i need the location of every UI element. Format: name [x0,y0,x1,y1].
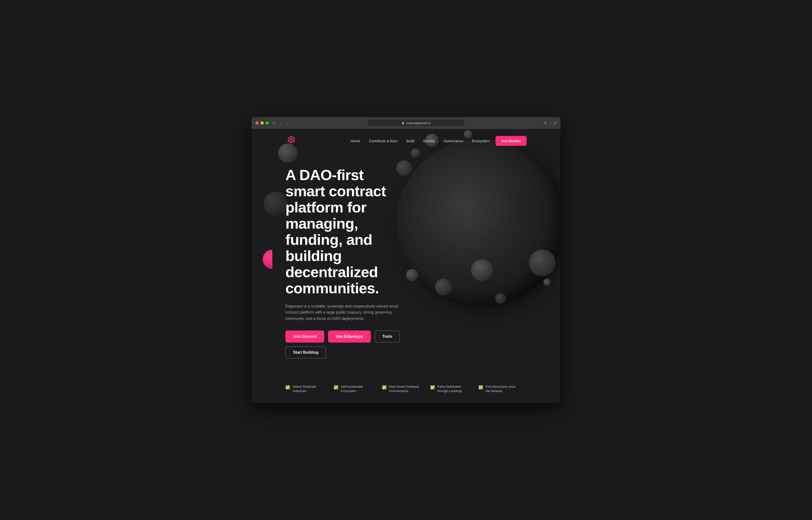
feature-text-1: Oldest Substrate Solochain [292,385,324,393]
nav-link-home[interactable]: Home [351,139,360,143]
sidebar-toggle[interactable]: ⊡ [272,121,276,126]
back-button[interactable]: ‹ [279,121,282,126]
address-bar[interactable]: 🔒 www.edgeware.io [368,120,465,126]
lock-icon: 🔒 [401,122,405,125]
svg-line-4 [471,226,531,263]
feature-text-4: Fairly Distributed through Lockdrop [437,385,469,393]
url-text: www.edgeware.io [406,121,431,125]
use-edgeapps-button[interactable]: Use EdgeApps [328,331,371,343]
get-started-button[interactable]: Get Started [496,136,527,146]
nav-link-ecosystem[interactable]: Ecosystem [472,139,490,143]
hero-section: A DAO-first smart contract platform for … [252,153,435,384]
new-tab-icon[interactable]: + [549,121,552,125]
nav-link-build[interactable]: Build [407,139,415,143]
check-icon-3: ✅ [382,385,387,390]
navbar: Home Contribute & Earn Build Society Gov… [252,129,560,153]
feature-item-1: ✅ Oldest Substrate Solochain [285,385,324,393]
join-discord-button[interactable]: Join Discord [285,331,324,343]
fullscreen-button[interactable] [265,122,269,125]
start-building-button[interactable]: Start Building [285,346,326,359]
svg-line-6 [447,226,471,274]
minimize-button[interactable] [260,122,264,125]
nav-links: Home Contribute & Earn Build Society Gov… [351,139,490,143]
feature-text-3: Dual Smart Contracts Environments [389,385,420,393]
feature-item-4: ✅ Fairly Distributed through Lockdrop [430,385,469,393]
feature-text-5: Full Democracy since the Genesis [485,385,517,393]
tabs-icon[interactable]: ⧉ [554,121,557,125]
features-row: ✅ Oldest Substrate Solochain ✅ Self-sust… [252,385,560,403]
traffic-lights [255,122,269,125]
browser-chrome: ⊡ ‹ › 🔒 www.edgeware.io ⬆ + ⧉ [252,117,560,129]
feature-item-5: ✅ Full Democracy since the Genesis [478,385,517,393]
nav-link-society[interactable]: Society [423,139,435,143]
tools-button[interactable]: Tools [375,331,400,343]
nav-link-contribute[interactable]: Contribute & Earn [369,139,397,143]
hero-subtitle: Edgeware is a scalable, sovereign and co… [285,303,401,322]
logo[interactable] [285,135,298,147]
logo-icon [285,135,298,147]
website-content: Home Contribute & Earn Build Society Gov… [252,129,560,403]
share-icon[interactable]: ⬆ [544,121,547,125]
check-icon-1: ✅ [285,385,290,390]
check-icon-5: ✅ [478,385,483,390]
check-icon-2: ✅ [334,385,338,390]
svg-line-0 [431,155,471,226]
nav-link-governance[interactable]: Governance [444,139,464,143]
forward-button[interactable]: › [285,121,288,126]
feature-item-3: ✅ Dual Smart Contracts Environments [382,385,420,393]
hero-buttons: Join Discord Use EdgeApps Tools Start Bu… [285,331,401,359]
browser-window: ⊡ ‹ › 🔒 www.edgeware.io ⬆ + ⧉ [252,117,560,403]
hero-title: A DAO-first smart contract platform for … [285,167,401,296]
feature-text-2: Self-sustainable Ecosystem [341,385,372,393]
browser-actions: ⬆ + ⧉ [544,121,557,125]
close-button[interactable] [255,122,259,125]
feature-item-2: ✅ Self-sustainable Ecosystem [334,385,372,393]
check-icon-4: ✅ [430,385,435,390]
svg-line-5 [471,226,488,279]
